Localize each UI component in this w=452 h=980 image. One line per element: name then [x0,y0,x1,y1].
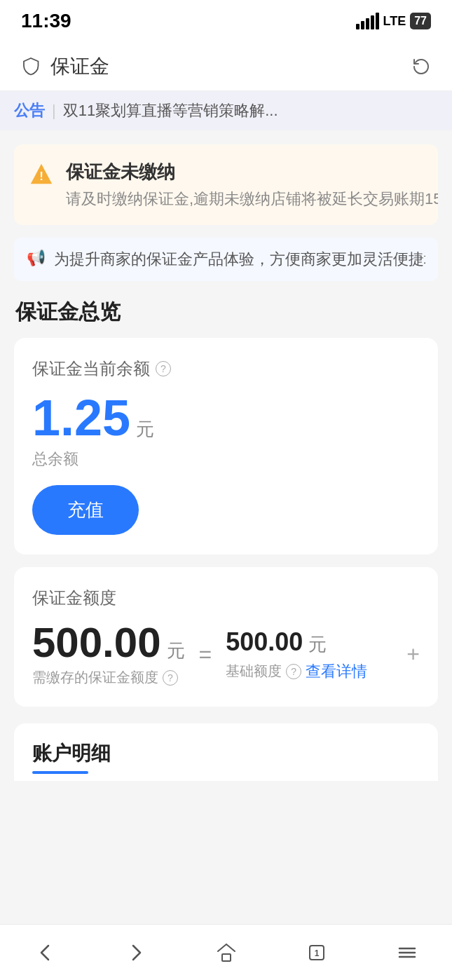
status-time: 11:39 [21,10,71,32]
back-button[interactable] [25,932,67,974]
header-left: 保证金 [21,53,109,80]
menu-button[interactable] [386,932,428,974]
warning-icon: ! [28,161,55,191]
status-bar: 11:39 LTE 77 [0,0,452,42]
balance-amount-row: 1.25 元 [32,393,420,443]
view-detail-link[interactable]: 查看详情 [306,661,367,682]
warning-card: ! 保证金未缴纳 请及时缴纳保证金,逾期未缴纳店铺将被延长交易账期15天... [14,144,438,225]
quota-right: 500.00 元 基础额度 ? 查看详情 [226,627,367,682]
quota-right-help-icon[interactable]: ? [286,664,301,679]
announcement-label: 公告 [14,100,45,121]
home-icon [215,941,238,964]
header-title: 保证金 [50,53,109,80]
refresh-icon[interactable] [411,57,431,76]
home-button[interactable] [205,932,247,974]
tabs-button[interactable]: 1 [296,932,338,974]
balance-unit: 元 [136,417,154,442]
notice-text: 为提升商家的保证金产品体验，方便商家更加灵活便捷地管理和使用保... [54,249,425,270]
statement-underline [32,771,88,774]
status-icons: LTE 77 [356,13,431,29]
shield-icon [21,57,41,76]
svg-text:!: ! [39,170,43,183]
quota-card: 保证金额度 500.00 元 需缴存的保证金额度 ? = 500.00 元 [14,567,438,707]
plus-icon[interactable]: + [406,641,420,667]
equals-sign: = [199,641,212,667]
bottom-nav: 1 [0,924,452,980]
recharge-button[interactable]: 充值 [32,485,139,535]
signal-icon [356,13,379,29]
quota-row: 500.00 元 需缴存的保证金额度 ? = 500.00 元 基础额度 ? 查… [32,622,420,687]
megaphone-icon: 📢 [27,249,46,267]
battery-icon: 77 [410,13,431,29]
lte-label: LTE [383,14,406,29]
statement-section: 账户明细 [14,723,438,781]
quota-desc: 需缴存的保证金额度 ? [32,668,185,687]
svg-text:1: 1 [314,948,319,958]
overview-section-title: 保证金总览 [14,298,438,327]
battery-level: 77 [414,15,427,27]
announcement-divider: | [52,102,56,120]
forward-icon [125,941,147,964]
balance-amount: 1.25 [32,393,130,443]
back-icon [34,941,57,964]
quota-amount: 500.00 [32,622,161,664]
balance-sub-label: 总余额 [32,449,420,470]
statement-title: 账户明细 [32,740,420,767]
quota-label: 保证金额度 [32,587,420,609]
menu-icon [396,941,418,964]
quota-unit: 元 [167,639,185,663]
tabs-icon: 1 [306,941,328,964]
notice-bar: 📢 为提升商家的保证金产品体验，方便商家更加灵活便捷地管理和使用保... [14,238,438,281]
header: 保证金 [0,42,452,91]
warning-desc: 请及时缴纳保证金,逾期未缴纳店铺将被延长交易账期15天... [66,189,438,210]
warning-title: 保证金未缴纳 [66,160,438,184]
main-content: ! 保证金未缴纳 请及时缴纳保证金,逾期未缴纳店铺将被延长交易账期15天... … [0,130,452,781]
svg-rect-1 [222,954,231,961]
balance-label: 保证金当前余额 ? [32,358,420,380]
quota-right-amount: 500.00 [226,627,303,657]
quota-help-icon[interactable]: ? [163,670,178,686]
warning-content: 保证金未缴纳 请及时缴纳保证金,逾期未缴纳店铺将被延长交易账期15天... [66,160,438,210]
balance-help-icon[interactable]: ? [156,361,171,376]
announcement-bar[interactable]: 公告 | 双11聚划算直播等营销策略解... [0,91,452,130]
announcement-text: 双11聚划算直播等营销策略解... [63,100,278,121]
quota-left: 500.00 元 需缴存的保证金额度 ? [32,622,185,687]
quota-right-desc: 基础额度 ? 查看详情 [226,661,367,682]
quota-right-unit: 元 [308,632,327,657]
balance-card: 保证金当前余额 ? 1.25 元 总余额 充值 [14,338,438,554]
forward-button[interactable] [115,932,157,974]
